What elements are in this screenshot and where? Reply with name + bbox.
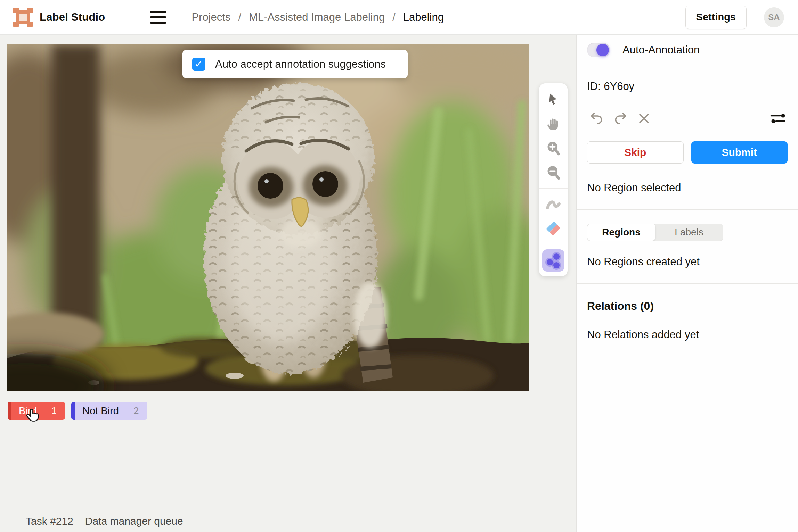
label-hotkey: 2: [133, 405, 139, 416]
close-icon: [638, 112, 650, 125]
reset-button[interactable]: [634, 111, 654, 126]
task-id: ID: 6Y6oy: [577, 80, 798, 93]
auto-annotation-label: Auto-Annotation: [622, 44, 700, 56]
auto-accept-popup: ✓ Auto accept annotation suggestions: [182, 50, 408, 78]
brush-tool-button[interactable]: [542, 193, 564, 215]
label-studio-app: Label Studio Projects / ML-Assisted Imag…: [0, 0, 798, 532]
eraser-icon: [545, 221, 561, 236]
auto-annotation-tool-button[interactable]: [542, 249, 564, 272]
breadcrumb-projects[interactable]: Projects: [192, 11, 230, 24]
tab-labels[interactable]: Labels: [655, 224, 723, 241]
label-tag-not-bird[interactable]: Not Bird 2: [71, 402, 147, 420]
annotation-sidebar: Auto-Annotation ID: 6Y6oy: [576, 35, 798, 532]
label-text: Bird: [19, 405, 37, 417]
pan-tool-button[interactable]: [542, 113, 564, 135]
history-controls: [577, 111, 798, 126]
auto-accept-checkbox[interactable]: ✓: [192, 58, 205, 71]
zoom-in-icon: [546, 141, 561, 156]
user-avatar[interactable]: SA: [764, 7, 784, 27]
breadcrumb: Projects / ML-Assisted Image Labeling / …: [192, 11, 444, 24]
sidebar-divider: [577, 209, 798, 210]
redo-icon: [613, 111, 627, 125]
task-number: Task #212: [26, 515, 73, 527]
label-tags-row: Bird 1 Not Bird 2: [8, 402, 147, 420]
label-stripe: [8, 402, 11, 420]
settings-button[interactable]: Settings: [685, 6, 747, 29]
auto-annotation-row: Auto-Annotation: [577, 35, 798, 65]
labeling-workspace: ✓ Auto accept annotation suggestions: [0, 35, 576, 532]
task-image-canvas[interactable]: ✓ Auto accept annotation suggestions: [7, 44, 529, 391]
bounding-box-logo-icon: [13, 8, 33, 27]
breadcrumb-separator: /: [238, 11, 241, 24]
task-actions: Skip Submit: [577, 141, 798, 164]
undo-icon: [590, 111, 604, 125]
no-region-text: No Region selected: [577, 182, 798, 194]
zoom-in-tool-button[interactable]: [542, 138, 564, 159]
submit-button[interactable]: Submit: [691, 141, 788, 164]
queue-name: Data manager queue: [85, 515, 183, 527]
toggle-knob: [596, 44, 609, 56]
zoom-out-icon: [546, 165, 561, 180]
task-status-bar: Task #212 Data manager queue: [0, 510, 576, 532]
no-relations-text: No Relations added yet: [577, 329, 798, 341]
undo-button[interactable]: [587, 111, 606, 126]
sliders-icon: [770, 111, 786, 125]
owl-photo: [7, 44, 529, 391]
label-text: Not Bird: [82, 405, 119, 417]
tool-palette: [539, 83, 568, 276]
relations-heading: Relations (0): [577, 300, 798, 313]
breadcrumb-separator: /: [392, 11, 396, 24]
checkmark-icon: ✓: [195, 59, 203, 69]
label-hotkey: 1: [51, 405, 57, 416]
sidebar-divider: [577, 283, 798, 284]
toolbar-divider: [539, 244, 568, 244]
no-regions-text: No Regions created yet: [577, 256, 798, 268]
breadcrumb-current-page: Labeling: [403, 11, 444, 24]
tab-regions[interactable]: Regions: [587, 224, 655, 241]
eraser-tool-button[interactable]: [542, 218, 564, 239]
label-stripe: [71, 402, 75, 420]
keypoints-icon: [542, 249, 564, 272]
label-tag-bird[interactable]: Bird 1: [8, 402, 65, 420]
view-settings-button[interactable]: [768, 111, 788, 126]
label-studio-logo[interactable]: Label Studio: [0, 8, 105, 27]
zoom-out-tool-button[interactable]: [542, 162, 564, 183]
hand-icon: [546, 116, 561, 132]
regions-labels-tabs: Regions Labels: [587, 224, 723, 241]
breadcrumb-project-name[interactable]: ML-Assisted Image Labeling: [249, 11, 385, 24]
brush-icon: [545, 196, 561, 212]
auto-annotation-toggle[interactable]: [587, 43, 610, 57]
pointer-tool-button[interactable]: [542, 89, 564, 110]
pointer-icon: [546, 92, 561, 107]
hamburger-menu-icon[interactable]: [150, 11, 166, 24]
logo-text: Label Studio: [40, 11, 105, 24]
redo-button[interactable]: [611, 111, 630, 126]
toolbar-divider: [539, 188, 568, 189]
skip-button[interactable]: Skip: [587, 141, 684, 164]
app-header: Label Studio Projects / ML-Assisted Imag…: [0, 0, 798, 35]
header-divider: [176, 0, 176, 35]
auto-accept-label: Auto accept annotation suggestions: [215, 58, 386, 70]
